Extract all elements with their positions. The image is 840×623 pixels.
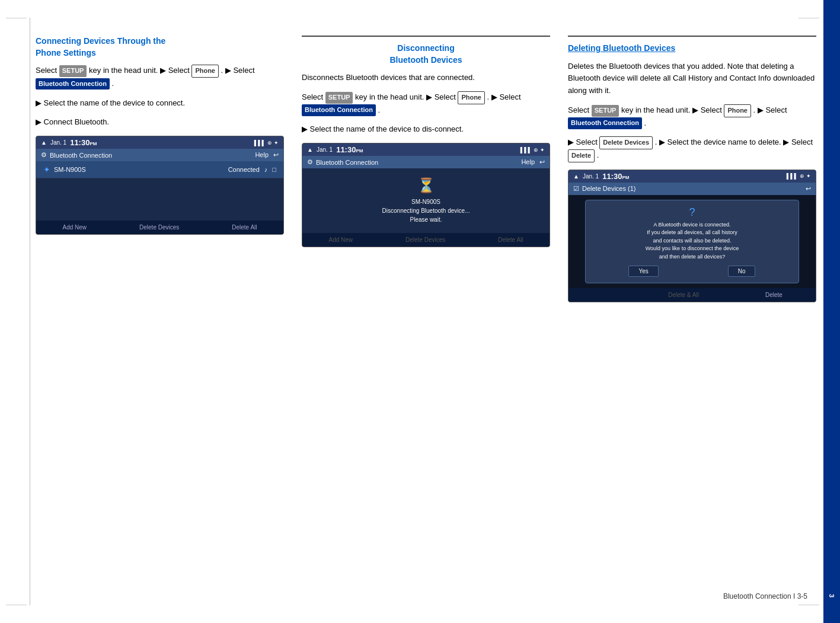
right-section-title: Deleting Bluetooth Devices (568, 43, 816, 55)
left-section-title: Connecting Devices Through the Phone Set… (36, 36, 284, 59)
right-desc: Deletes the Bluetooth devices that you a… (568, 60, 816, 97)
delete-devices-badge: Delete Devices (599, 136, 653, 149)
wifi-icon: ⊕ (267, 140, 272, 146)
right-sidebar: 3 (823, 0, 840, 623)
middle-desc: Disconnects Bluetooth devices that are c… (302, 72, 550, 84)
middle-screen-mockup: ▲ Jan. 1 11:30PM ▌▌▌ ⊕ ✦ ⚙ (302, 143, 550, 247)
screen3-delete-all: Delete & All (663, 290, 704, 299)
screen3-status-icons: ▌▌▌ ⊕ ✦ (787, 173, 811, 179)
bt-icon: ✦ (274, 140, 279, 146)
device-status: Connected (228, 166, 260, 173)
device-bt-icon: ✦ (43, 165, 50, 174)
middle-step-1: Select SETUP key in the head unit. ▶ Sel… (302, 91, 550, 116)
screen3-home-icon: ▲ (573, 173, 579, 180)
three-columns: Connecting Devices Through the Phone Set… (36, 36, 816, 302)
bt-connection-badge-2: Bluetooth Connection (302, 104, 376, 116)
setup-badge-3: SETUP (592, 105, 619, 117)
screen2-back: ↩ (539, 158, 545, 166)
screen1-back: ↩ (273, 151, 279, 159)
left-step-3: ▶ Connect Bluetooth. (36, 116, 284, 129)
right-divider (568, 36, 816, 37)
screen2-header: ▲ Jan. 1 11:30PM ▌▌▌ ⊕ ✦ (302, 143, 550, 156)
screen1-time: 11:30PM (70, 138, 97, 147)
middle-divider (302, 36, 550, 37)
screen1-header: ▲ Jan. 1 11:30PM ▌▌▌ ⊕ ✦ (36, 136, 283, 149)
screen3-dialog-overlay: ? A Bluetooth device is connected. If yo… (568, 195, 816, 289)
screen2-delete-all: Delete All (493, 235, 528, 244)
screen2-add-new: Add New (324, 235, 357, 244)
screen3-body: ? A Bluetooth device is connected. If yo… (568, 195, 816, 289)
screen1-device-row: ✦ SM-N900S Connected ♪ □ (36, 161, 283, 178)
screen2-signal-icon: ▌▌▌ (520, 147, 532, 153)
screen1-subheader-title: Bluetooth Connection (50, 152, 112, 159)
device-music-icon: ♪ (264, 166, 268, 173)
delete-badge: Delete (568, 149, 595, 162)
page-footer: Bluetooth Connection I 3-5 (723, 592, 807, 600)
screen3-footer: Delete & All Delete (568, 288, 816, 302)
screen3-date: Jan. 1 (583, 173, 599, 180)
screen2-home-icon: ▲ (307, 146, 313, 153)
screen1-subheader: ⚙ Bluetooth Connection Help ↩ (36, 149, 283, 161)
loading-spinner-icon: ⏳ (417, 177, 435, 194)
device-name: SM-N900S (54, 166, 86, 173)
screen2-subheader-icon: ⚙ (307, 158, 313, 166)
screen1-add-new[interactable]: Add New (58, 223, 91, 232)
screen1-footer: Add New Delete Devices Delete All (36, 221, 283, 234)
screen2-subheader-title: Bluetooth Connection (316, 159, 378, 166)
screen2-loading: ⏳ SM-N900S Disconnecting Bluetooth devic… (302, 168, 550, 233)
screen2-wifi-icon: ⊕ (534, 147, 538, 153)
screen1-home-icon: ▲ (41, 139, 47, 146)
screen3-footer-1 (597, 290, 606, 299)
screen1-help: Help (255, 151, 269, 159)
dialog-buttons: Yes No (594, 266, 790, 277)
left-step-2: ▶ Select the name of the device to conne… (36, 97, 284, 110)
bt-connection-badge-3: Bluetooth Connection (568, 117, 642, 129)
screen2-status-icons: ▌▌▌ ⊕ ✦ (520, 147, 545, 153)
screen3-header: ▲ Jan. 1 11:30PM ▌▌▌ ⊕ ✦ (568, 170, 816, 183)
main-content: Connecting Devices Through the Phone Set… (36, 36, 816, 587)
screen3-checkbox-icon: ☑ (573, 185, 579, 193)
setup-badge-2: SETUP (325, 92, 353, 104)
signal-icon: ▌▌▌ (254, 140, 266, 146)
screen2-time: 11:30PM (336, 145, 363, 154)
dialog-question-icon: ? (594, 206, 790, 219)
screen2-body: ⏳ SM-N900S Disconnecting Bluetooth devic… (302, 168, 550, 233)
screen1-date: Jan. 1 (50, 139, 66, 146)
screen1-delete-devices[interactable]: Delete Devices (135, 223, 184, 232)
left-step-1: Select SETUP key in the head unit. ▶ Sel… (36, 65, 284, 90)
screen3-bt-icon: ✦ (806, 173, 811, 179)
middle-step-2: ▶ Select the name of the device to dis-c… (302, 123, 550, 136)
dialog-no-button[interactable]: No (728, 266, 756, 277)
screen2-footer: Add New Delete Devices Delete All (302, 233, 550, 247)
sidebar-page-indicator: 3 (828, 594, 835, 598)
left-column: Connecting Devices Through the Phone Set… (36, 36, 284, 302)
device-phone-icon: □ (272, 166, 276, 173)
screen1-empty-area (36, 178, 283, 208)
screen1-status-icons: ▌▌▌ ⊕ ✦ (254, 140, 279, 146)
middle-section-title: Disconnecting Bluetooth Devices (302, 43, 550, 66)
left-screen-mockup: ▲ Jan. 1 11:30PM ▌▌▌ ⊕ ✦ ⚙ (36, 136, 284, 235)
screen1-subheader-icon: ⚙ (41, 151, 47, 159)
left-border (30, 18, 30, 605)
setup-badge-1: SETUP (59, 65, 87, 77)
screen1-body: ✦ SM-N900S Connected ♪ □ (36, 161, 283, 221)
right-step-2: ▶ Select Delete Devices . ▶ Select the d… (568, 136, 816, 162)
right-column: Deleting Bluetooth Devices Deletes the B… (568, 36, 816, 302)
screen2-help: Help (521, 158, 535, 166)
screen1-delete-all[interactable]: Delete All (227, 223, 261, 232)
bt-connection-badge-1: Bluetooth Connection (36, 78, 110, 90)
screen2-delete-devices: Delete Devices (401, 235, 450, 244)
dialog-text: A Bluetooth device is connected. If you … (594, 221, 790, 261)
screen3-signal-icon: ▌▌▌ (787, 173, 798, 179)
screen3-subheader-title: Delete Devices (1) (582, 185, 635, 192)
middle-column: Disconnecting Bluetooth Devices Disconne… (302, 36, 550, 302)
dialog-yes-button[interactable]: Yes (628, 266, 658, 277)
phone-badge-1: Phone (191, 65, 219, 78)
screen3-delete[interactable]: Delete (761, 290, 787, 299)
right-screen-mockup: ▲ Jan. 1 11:30PM ▌▌▌ ⊕ ✦ ☑ (568, 170, 816, 303)
right-step-1: Select SETUP key in the head unit. ▶ Sel… (568, 104, 816, 129)
screen3-time: 11:30PM (602, 172, 629, 181)
screen3-dialog-box: ? A Bluetooth device is connected. If yo… (585, 200, 799, 284)
phone-badge-3: Phone (724, 104, 751, 117)
screen2-subheader: ⚙ Bluetooth Connection Help ↩ (302, 156, 550, 168)
